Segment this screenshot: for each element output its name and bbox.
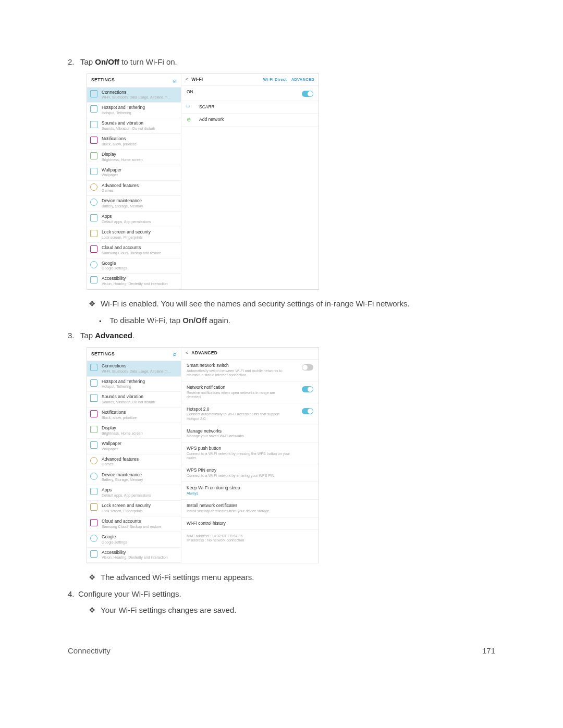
adv-hotspot20[interactable]: Hotspot 2.0Connect automatically to Wi-F… — [181, 403, 319, 425]
wifi-toggle-icon[interactable] — [302, 91, 313, 97]
sidebar-item-connections[interactable]: ConnectionsWi-Fi, Bluetooth, Data usage,… — [87, 88, 181, 103]
back-icon-2[interactable]: < — [186, 350, 188, 355]
screenshot-advanced: SETTINGS ⌕ ConnectionsWi-Fi, Bluetooth, … — [87, 347, 319, 563]
sidebar-item-notifications[interactable]: NotificationsBlock, allow, prioritize — [87, 134, 181, 150]
footer-page-number: 171 — [482, 646, 495, 655]
adv-keep-wifi-sleep[interactable]: Keep Wi-Fi on during sleepAlways — [181, 482, 319, 500]
wifi-advanced-link[interactable]: ADVANCED — [291, 77, 314, 82]
sidebar-item-sounds[interactable]: Sounds and vibrationSounds, Vibration, D… — [87, 118, 181, 134]
sidebar-item-accessibility[interactable]: AccessibilityVision, Hearing, Dexterity … — [87, 274, 181, 289]
sidebar-item-advanced-features[interactable]: Advanced featuresGames — [87, 181, 181, 196]
screenshot-wifi: SETTINGS ⌕ ConnectionsWi-Fi, Bluetooth, … — [87, 73, 319, 290]
sidebar-item-display[interactable]: DisplayBrightness, Home screen — [87, 150, 181, 165]
plus-icon: ⊕ — [187, 117, 194, 123]
note-wifi-enabled: Wi-Fi is enabled. You will see the names… — [89, 299, 495, 309]
settings-title-2: SETTINGS — [91, 352, 115, 357]
settings-list-2: ConnectionsWi-Fi, Bluetooth, Data usage,… — [87, 361, 181, 563]
footer-section: Connectivity — [68, 646, 111, 655]
advanced-title: ADVANCED — [191, 350, 217, 355]
adv-install-certs[interactable]: Install network certificatesInstall secu… — [181, 500, 319, 517]
toggle-icon[interactable] — [302, 408, 313, 414]
adv-smart-switch[interactable]: Smart network switchAutomatically switch… — [181, 360, 319, 381]
adv-control-history[interactable]: Wi-Fi control history — [181, 517, 319, 530]
settings-title: SETTINGS — [91, 78, 115, 83]
search-icon-2[interactable]: ⌕ — [173, 351, 177, 357]
sidebar-item-google[interactable]: GoogleGoogle settings — [87, 258, 181, 274]
note-adv-appears: The advanced Wi-Fi settings menu appears… — [89, 573, 495, 582]
toggle-icon[interactable] — [302, 386, 313, 392]
adv-mac-ip-info: MAC address : 14:32:D1:EB:67:36 IP addre… — [181, 530, 319, 546]
wifi-direct-link[interactable]: Wi-Fi Direct — [263, 77, 287, 82]
adv-wps-push[interactable]: WPS push buttonConnect to a Wi-Fi networ… — [181, 442, 319, 464]
toggle-icon[interactable] — [302, 364, 313, 371]
adv-wps-pin[interactable]: WPS PIN entryConnect to a Wi-Fi network … — [181, 464, 319, 482]
adv-network-notification[interactable]: Network notificationReceive notification… — [181, 381, 319, 403]
step-3: 3. Tap Advanced. — [68, 331, 495, 340]
sidebar-item-lock-screen[interactable]: Lock screen and securityLock screen, Fin… — [87, 227, 181, 243]
adv-manage-networks[interactable]: Manage networksManage your saved Wi-Fi n… — [181, 425, 319, 443]
sidebar-item-device-maintenance[interactable]: Device maintenanceBattery, Storage, Memo… — [87, 196, 181, 212]
step-4: 4.Configure your Wi-Fi settings. — [68, 589, 495, 598]
wifi-network-scarr[interactable]: ⌔ SCARR — [181, 101, 319, 114]
step-2: 2. Tap On/Off to turn Wi-Fi on. — [68, 57, 495, 66]
wifi-title: WI-FI — [191, 77, 203, 82]
note-saved: Your Wi-Fi settings changes are saved. — [89, 606, 495, 615]
page-footer: Connectivity 171 — [68, 646, 495, 655]
settings-list: ConnectionsWi-Fi, Bluetooth, Data usage,… — [87, 88, 181, 290]
sidebar-item-apps[interactable]: AppsDefault apps, App permissions — [87, 212, 181, 227]
sidebar-item-wallpaper[interactable]: WallpaperWallpaper — [87, 165, 181, 181]
add-network[interactable]: ⊕ Add network — [181, 114, 319, 127]
wifi-signal-icon: ⌔ — [187, 104, 194, 110]
search-icon[interactable]: ⌕ — [173, 77, 177, 84]
note-disable-wifi: To disable Wi-Fi, tap On/Off again. — [99, 316, 495, 325]
back-icon[interactable]: < — [186, 77, 188, 82]
sidebar-item-cloud[interactable]: Cloud and accountsSamsung Cloud, Backup … — [87, 243, 181, 258]
wifi-on-row[interactable]: ON — [181, 86, 319, 101]
sidebar-item-hotspot[interactable]: Hotspot and TetheringHotspot, Tethering — [87, 103, 181, 118]
sidebar-item-connections-2[interactable]: ConnectionsWi-Fi, Bluetooth, Data usage,… — [87, 361, 181, 377]
